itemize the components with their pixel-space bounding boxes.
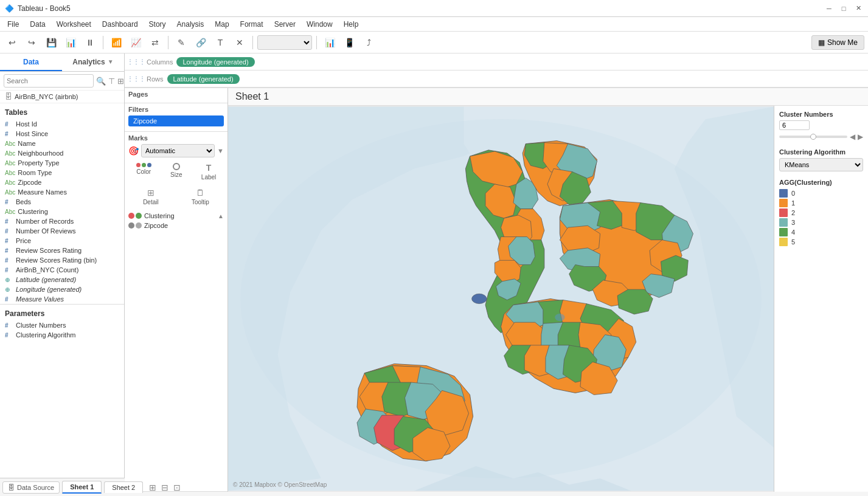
field-item-11[interactable]: # Number Of Reviews xyxy=(0,226,124,236)
toolbar-clear[interactable]: ✕ xyxy=(231,34,248,51)
menu-server[interactable]: Server xyxy=(269,19,300,30)
sheet-tab-1[interactable]: Sheet 1 xyxy=(62,481,102,494)
menu-map[interactable]: Map xyxy=(210,19,234,30)
menu-window[interactable]: Window xyxy=(302,19,338,30)
menu-worksheet[interactable]: Worksheet xyxy=(52,19,96,30)
field-label-12: Price xyxy=(16,237,31,244)
shelves: ⋮⋮⋮ Columns Longitude (generated) ⋮⋮⋮ Ro… xyxy=(125,53,868,88)
field-item-15[interactable]: # AirBnB_NYC (Count) xyxy=(0,265,124,275)
menu-dashboard[interactable]: Dashboard xyxy=(97,19,143,30)
window-controls: ─ □ ✕ xyxy=(824,4,863,13)
field-item-1[interactable]: # Host Since xyxy=(0,129,124,139)
cluster-slider-track[interactable] xyxy=(779,136,847,138)
menu-file[interactable]: File xyxy=(2,19,24,30)
field-item-18[interactable]: # Measure Values xyxy=(0,294,124,304)
field-item-9[interactable]: Abc Clustering xyxy=(0,207,124,216)
columns-pill[interactable]: Longitude (generated) xyxy=(176,57,254,67)
slider-right-btn[interactable]: ▶ xyxy=(858,133,863,141)
legend-label-0: 0 xyxy=(791,190,795,197)
field-item-5[interactable]: Abc Room Type xyxy=(0,168,124,177)
param-item-0[interactable]: # Cluster Numbers xyxy=(0,320,124,330)
new-dashboard-icon[interactable]: ⊟ xyxy=(160,481,170,494)
tab-data[interactable]: Data xyxy=(0,53,62,71)
search-icon[interactable]: 🔍 xyxy=(96,77,106,86)
search-input[interactable] xyxy=(4,74,94,88)
new-worksheet-icon[interactable]: ⊞ xyxy=(148,481,158,494)
marks-field-clustering[interactable]: Clustering ▲ xyxy=(128,211,224,221)
marks-type-select[interactable]: Automatic xyxy=(141,144,215,157)
toolbar-sep2 xyxy=(168,36,168,49)
field-label-8: Beds xyxy=(16,198,31,205)
toolbar-label[interactable]: T xyxy=(212,34,229,51)
datasource-tab[interactable]: 🗄 Data Source xyxy=(2,481,60,494)
sheet-tab-2[interactable]: Sheet 2 xyxy=(104,481,143,493)
toolbar-bar[interactable]: 📶 xyxy=(108,34,125,51)
viz-inner: © 2021 Mapbox © OpenStreetMap Cluster Nu… xyxy=(228,106,868,492)
toolbar-pause[interactable]: ⏸ xyxy=(82,34,99,51)
cluster-slider-thumb[interactable] xyxy=(810,134,816,140)
field-item-14[interactable]: # Review Scores Rating (bin) xyxy=(0,255,124,265)
field-item-12[interactable]: # Price xyxy=(0,236,124,246)
toolbar-font-select[interactable] xyxy=(257,35,312,50)
field-icon-12: # xyxy=(5,238,13,244)
slider-left-btn[interactable]: ◀ xyxy=(850,133,855,141)
rows-pill[interactable]: Latitude (generated) xyxy=(167,74,240,84)
toolbar-undo[interactable]: ↩ xyxy=(4,34,21,51)
marks-field-zipcode[interactable]: Zipcode xyxy=(128,221,224,230)
field-item-8[interactable]: # Beds xyxy=(0,197,124,207)
show-me-button[interactable]: ▦ Show Me xyxy=(811,35,864,50)
field-item-2[interactable]: Abc Name xyxy=(0,139,124,148)
filters-section: Filters Zipcode xyxy=(125,103,227,132)
marks-label-icon: T xyxy=(206,163,212,173)
new-story-icon[interactable]: ⊡ xyxy=(172,481,182,494)
algorithm-select[interactable]: KMeans xyxy=(779,158,863,171)
menu-help[interactable]: Help xyxy=(339,19,364,30)
toolbar-highlight[interactable]: ✎ xyxy=(173,34,190,51)
toolbar-chart2[interactable]: 📊 xyxy=(321,34,338,51)
layout-icon[interactable]: ⊞ xyxy=(117,77,124,86)
minimize-button[interactable]: ─ xyxy=(824,4,834,13)
field-item-10[interactable]: # Number of Records xyxy=(0,216,124,226)
menu-analysis[interactable]: Analysis xyxy=(172,19,209,30)
toolbar-link[interactable]: 🔗 xyxy=(192,34,209,51)
tab-analytics[interactable]: Analytics ▼ xyxy=(62,53,124,71)
close-button[interactable]: ✕ xyxy=(853,4,863,13)
legend-panel: Cluster Numbers ◀ ▶ xyxy=(774,106,868,492)
field-icon-15: # xyxy=(5,267,13,274)
main-content: Pages Filters Zipcode Marks 🎯 Automatic xyxy=(125,88,868,492)
maximize-button[interactable]: □ xyxy=(839,4,849,13)
toolbar-new-datasource[interactable]: 📊 xyxy=(62,34,79,51)
field-item-7[interactable]: Abc Measure Names xyxy=(0,187,124,197)
toolbar-save[interactable]: 💾 xyxy=(43,34,60,51)
cluster-numbers-title: Cluster Numbers xyxy=(779,111,863,118)
toolbar-swap[interactable]: ⇄ xyxy=(147,34,164,51)
field-item-0[interactable]: # Host Id xyxy=(0,119,124,129)
field-item-3[interactable]: Abc Neighbourhood xyxy=(0,148,124,158)
filter-icon[interactable]: ⊤ xyxy=(108,77,115,86)
marks-label-btn[interactable]: T Label xyxy=(200,161,218,182)
toolbar-chart[interactable]: 📈 xyxy=(127,34,144,51)
cluster-numbers-input[interactable] xyxy=(779,120,810,130)
marks-detail-btn[interactable]: ⊞ Detail xyxy=(141,186,161,207)
toolbar-redo[interactable]: ↪ xyxy=(23,34,40,51)
fields-list: # Host Id# Host SinceAbc NameAbc Neighbo… xyxy=(0,119,124,304)
left-panel: Data Analytics ▼ 🔍 ⊤ ⊞ 🗄 AirBnB_NYC (air… xyxy=(0,53,125,478)
toolbar-share[interactable]: ⤴ xyxy=(360,34,377,51)
field-item-4[interactable]: Abc Property Type xyxy=(0,158,124,168)
field-item-16[interactable]: ⊕ Latitude (generated) xyxy=(0,275,124,284)
field-item-13[interactable]: # Review Scores Rating xyxy=(0,246,124,255)
menu-format[interactable]: Format xyxy=(235,19,268,30)
marks-tooltip-btn[interactable]: 🗒 Tooltip xyxy=(190,186,211,207)
field-item-6[interactable]: Abc Zipcode xyxy=(0,177,124,187)
param-label-0: Cluster Numbers xyxy=(16,322,66,329)
menu-data[interactable]: Data xyxy=(25,19,50,30)
field-icon-10: # xyxy=(5,218,13,225)
field-item-17[interactable]: ⊕ Longitude (generated) xyxy=(0,284,124,294)
menu-story[interactable]: Story xyxy=(144,19,171,30)
toolbar-device[interactable]: 📱 xyxy=(341,34,358,51)
marks-size-btn[interactable]: Size xyxy=(168,161,184,182)
filter-zipcode[interactable]: Zipcode xyxy=(128,115,224,126)
svg-point-61 xyxy=(555,314,564,321)
param-item-1[interactable]: # Clustering Algorithm xyxy=(0,330,124,340)
marks-color-btn[interactable]: Color xyxy=(134,161,153,182)
